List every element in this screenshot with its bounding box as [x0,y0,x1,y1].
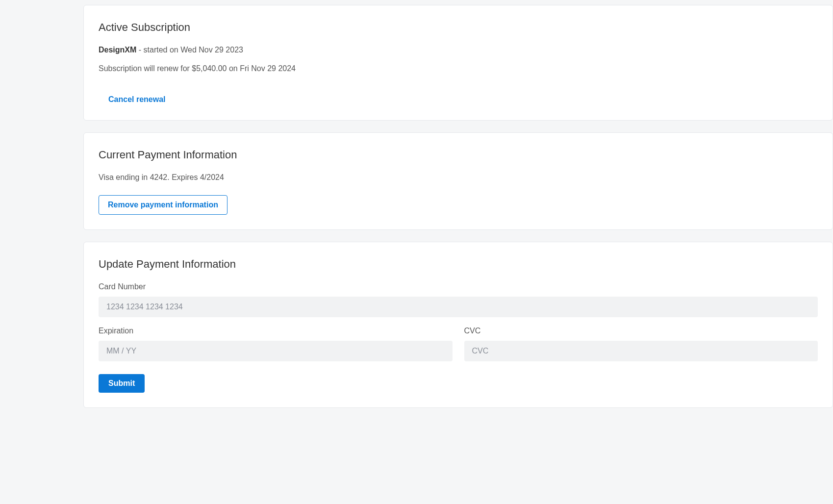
subscription-renewal-text: Subscription will renew for $5,040.00 on… [99,63,818,75]
expiration-input[interactable] [99,341,453,361]
expiration-label: Expiration [99,325,453,337]
cvc-label: CVC [464,325,818,337]
cancel-renewal-button[interactable]: Cancel renewal [108,95,166,104]
update-payment-card: Update Payment Information Card Number E… [83,242,833,408]
cvc-input[interactable] [464,341,818,361]
subscription-started-text: - started on Wed Nov 29 2023 [136,46,243,54]
cvc-group: CVC [464,325,818,361]
remove-payment-button[interactable]: Remove payment information [99,195,227,215]
current-payment-summary: Visa ending in 4242. Expires 4/2024 [99,172,818,183]
card-number-group: Card Number [99,281,818,317]
submit-button[interactable]: Submit [99,374,145,393]
current-payment-card: Current Payment Information Visa ending … [83,132,833,230]
subscription-product-line: DesignXM - started on Wed Nov 29 2023 [99,44,818,56]
current-payment-heading: Current Payment Information [99,147,818,163]
subscription-product-name: DesignXM [99,46,136,54]
active-subscription-card: Active Subscription DesignXM - started o… [83,5,833,121]
card-number-label: Card Number [99,281,818,293]
active-subscription-heading: Active Subscription [99,19,818,35]
expiration-group: Expiration [99,325,453,361]
update-payment-heading: Update Payment Information [99,256,818,272]
card-number-input[interactable] [99,297,818,317]
